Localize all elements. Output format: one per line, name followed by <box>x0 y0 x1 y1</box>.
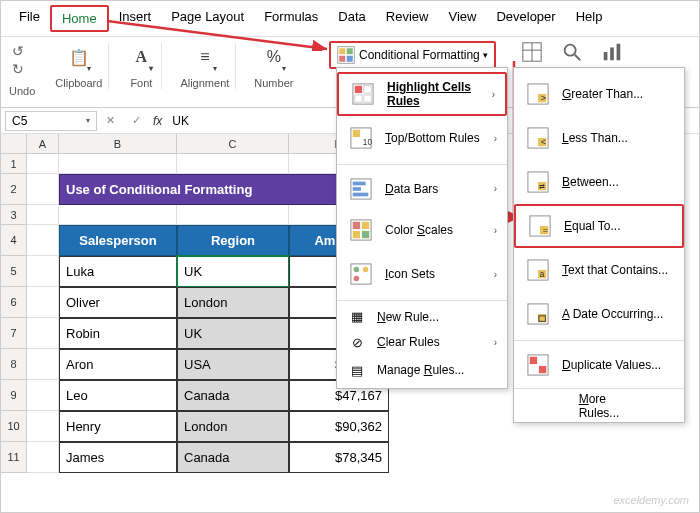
undo-icon[interactable]: ↺ <box>12 43 32 61</box>
menu-top-bottom-rules[interactable]: 10 TTop/Bottom Rulesop/Bottom Rules › <box>337 116 507 160</box>
row-header[interactable]: 11 <box>1 442 27 473</box>
table-icon[interactable] <box>521 41 543 63</box>
alignment-icon[interactable]: ≡▾ <box>191 43 219 71</box>
cell[interactable]: Aron <box>59 349 177 380</box>
svg-rect-25 <box>353 192 369 196</box>
menu-label: Icon Sets <box>385 267 494 281</box>
cell[interactable]: Canada <box>177 442 289 473</box>
col-header[interactable]: B <box>59 134 177 154</box>
redo-icon[interactable]: ↻ <box>12 61 32 79</box>
menu-color-scales[interactable]: Color Scales › <box>337 208 507 252</box>
cell[interactable]: London <box>177 411 289 442</box>
cell[interactable]: Canada <box>177 380 289 411</box>
cell-selected[interactable]: UK <box>177 256 289 287</box>
search-icon[interactable] <box>561 41 583 63</box>
number-icon[interactable]: %▾ <box>260 43 288 71</box>
cell[interactable]: Robin <box>59 318 177 349</box>
menu-label: More Rules... <box>579 392 620 420</box>
menu-label: A Date Occurring... <box>562 307 674 321</box>
conditional-formatting-button[interactable]: Conditional Formatting ▾ <box>329 41 496 69</box>
new-rule-icon: ▦ <box>347 307 367 327</box>
menu-label: Equal To... <box>564 219 672 233</box>
menu-clear-rules[interactable]: ⊘ Clear Rules › <box>337 328 507 356</box>
chevron-right-icon: › <box>494 337 497 348</box>
menu-insert[interactable]: Insert <box>109 5 162 32</box>
menu-duplicate-values[interactable]: Duplicate Values... <box>514 340 684 384</box>
svg-point-32 <box>354 267 360 273</box>
menu-review[interactable]: Review <box>376 5 439 32</box>
clear-rules-icon: ⊘ <box>347 332 367 352</box>
cell[interactable]: USA <box>177 349 289 380</box>
cell[interactable]: Oliver <box>59 287 177 318</box>
menu-page-layout[interactable]: Page Layout <box>161 5 254 32</box>
svg-text:=: = <box>543 225 548 235</box>
menu-data-bars[interactable]: Data Bars › <box>337 164 507 208</box>
highlight-rules-submenu: > Greater Than... < Less Than... ⇄ Betwe… <box>513 67 685 423</box>
cell[interactable]: Luka <box>59 256 177 287</box>
header-region[interactable]: Region <box>177 225 289 256</box>
row-header[interactable]: 4 <box>1 225 27 256</box>
svg-rect-27 <box>353 222 360 229</box>
menu-less-than[interactable]: < Less Than... <box>514 116 684 160</box>
svg-text:10: 10 <box>363 138 372 147</box>
row-header[interactable]: 3 <box>1 205 27 225</box>
cancel-formula-icon[interactable]: ✕ <box>99 111 121 131</box>
cell[interactable]: James <box>59 442 177 473</box>
row-header[interactable]: 10 <box>1 411 27 442</box>
name-box[interactable]: C5 ▾ <box>5 111 97 131</box>
chevron-right-icon: › <box>492 89 495 100</box>
menu-developer[interactable]: Developer <box>486 5 565 32</box>
enter-formula-icon[interactable]: ✓ <box>125 111 147 131</box>
menu-formulas[interactable]: Formulas <box>254 5 328 32</box>
font-label: Font <box>130 77 152 89</box>
menu-new-rule[interactable]: ▦ New Rule... <box>337 300 507 328</box>
menu-icon-sets[interactable]: Icon Sets › <box>337 252 507 296</box>
menu-file[interactable]: File <box>9 5 50 32</box>
svg-rect-2 <box>347 48 353 54</box>
row-header[interactable]: 8 <box>1 349 27 380</box>
row-header[interactable]: 5 <box>1 256 27 287</box>
col-header[interactable]: C <box>177 134 289 154</box>
svg-point-8 <box>565 45 576 56</box>
row-header[interactable]: 7 <box>1 318 27 349</box>
svg-rect-15 <box>355 86 362 93</box>
menu-manage-rules[interactable]: ▤ Manage Rules... <box>337 356 507 384</box>
menu-view[interactable]: View <box>438 5 486 32</box>
cell[interactable]: $78,345 <box>289 442 389 473</box>
font-icon[interactable]: A▾ <box>127 43 155 71</box>
cell[interactable]: UK <box>177 318 289 349</box>
menu-equal-to[interactable]: = Equal To... <box>514 204 684 248</box>
menubar: File Home Insert Page Layout Formulas Da… <box>1 1 699 37</box>
row-header[interactable]: 6 <box>1 287 27 318</box>
menu-home[interactable]: Home <box>50 5 109 32</box>
row-header[interactable]: 9 <box>1 380 27 411</box>
clipboard-label: Clipboard <box>55 77 102 89</box>
menu-greater-than[interactable]: > Greater Than... <box>514 72 684 116</box>
clipboard-icon[interactable]: 📋▾ <box>65 43 93 71</box>
cell[interactable]: London <box>177 287 289 318</box>
menu-label: TTop/Bottom Rulesop/Bottom Rules <box>385 131 494 145</box>
menu-data[interactable]: Data <box>328 5 375 32</box>
menu-date-occurring[interactable]: A Date Occurring... <box>514 292 684 336</box>
analyze-icon[interactable] <box>601 41 623 63</box>
number-label: Number <box>254 77 293 89</box>
corner-cell[interactable] <box>1 134 27 154</box>
menu-highlight-cells-rules[interactable]: Highlight Cells Rules › <box>337 72 507 116</box>
menu-help[interactable]: Help <box>566 5 613 32</box>
cell[interactable]: $90,362 <box>289 411 389 442</box>
menu-label: Data Bars <box>385 182 494 196</box>
header-salesperson[interactable]: Salesperson <box>59 225 177 256</box>
menu-label: Manage Rules... <box>377 363 497 377</box>
less-than-icon: < <box>524 124 552 152</box>
row-header[interactable]: 2 <box>1 174 27 205</box>
menu-text-contains[interactable]: a Text that Contains... <box>514 248 684 292</box>
menu-more-rules[interactable]: More Rules... <box>514 388 684 418</box>
cell[interactable]: Henry <box>59 411 177 442</box>
fx-icon[interactable]: fx <box>153 114 162 128</box>
col-header[interactable]: A <box>27 134 59 154</box>
row-header[interactable]: 1 <box>1 154 27 174</box>
conditional-formatting-menu: Highlight Cells Rules › 10 TTop/Bottom R… <box>336 67 508 389</box>
menu-label: Text that Contains... <box>562 263 674 277</box>
menu-between[interactable]: ⇄ Between... <box>514 160 684 204</box>
cell[interactable]: Leo <box>59 380 177 411</box>
